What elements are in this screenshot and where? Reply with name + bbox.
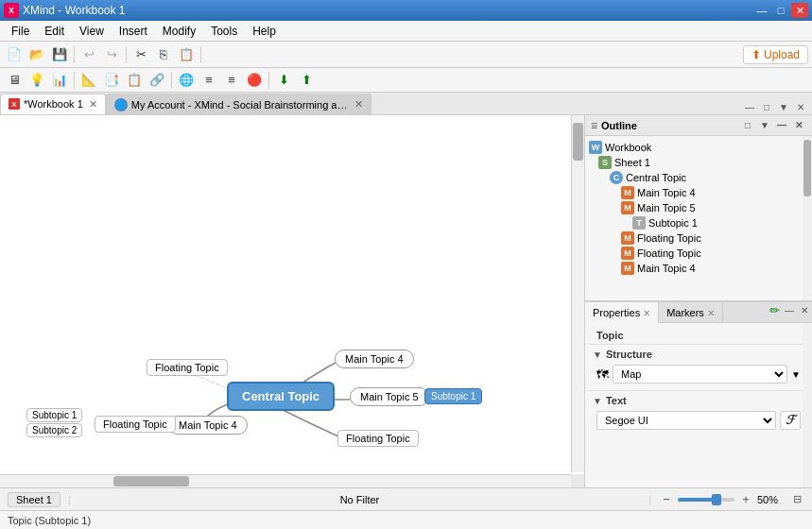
menu-edit[interactable]: Edit [37,23,72,40]
tb2-btn12[interactable]: ⬇ [273,70,294,91]
sheet-tab[interactable]: Sheet 1 [8,492,60,507]
subtopic-1-left[interactable]: Subtopic 1 [26,408,82,422]
properties-tab-close[interactable]: ✕ [643,308,650,318]
sheet-tab-label: Sheet 1 [16,494,52,505]
outline-scrollbar[interactable] [803,136,812,300]
workbook-tab-icon: X [9,98,20,110]
open-btn[interactable]: 📂 [26,44,47,65]
upload-button[interactable]: ⬆ Upload [743,45,808,64]
zoom-slider[interactable] [678,498,734,502]
cut-btn[interactable]: ✂ [130,44,151,65]
copy-btn[interactable]: ⎘ [153,44,174,65]
tb2-btn7[interactable]: 🔗 [147,70,167,91]
outline-item-sheet[interactable]: S Sheet 1 [585,155,812,170]
tab-workbook-close[interactable]: ✕ [89,98,97,111]
markers-tab-close[interactable]: ✕ [707,308,715,318]
subtopic-2-left[interactable]: Subtopic 2 [26,423,82,437]
sep-t2-1 [74,72,75,89]
save-btn[interactable]: 💾 [49,44,70,65]
menu-help[interactable]: Help [245,23,284,40]
outline-btn1[interactable]: □ [740,118,755,133]
props-scrollbar[interactable] [803,323,812,487]
structure-arrow-icon: ▼ [593,350,602,360]
menu-tools[interactable]: Tools [203,23,245,40]
tab-maximize-btn[interactable]: □ [759,99,774,114]
tb2-btn13[interactable]: ⬆ [296,70,317,91]
font-select[interactable]: Segoe UI [596,411,776,430]
outline-minimize-btn[interactable]: — [774,118,789,133]
properties-tab[interactable]: Properties ✕ [585,302,659,323]
outline-item-ft1[interactable]: M Floating Topic [585,230,812,246]
text-arrow-icon: ▼ [593,396,602,406]
outline-item-mt4[interactable]: M Main Topic 4 [585,185,812,200]
zoom-out-btn[interactable]: − [659,492,674,507]
outline-item-mt5[interactable]: M Main Topic 5 [585,200,812,215]
main-topic-5[interactable]: Main Topic 5 [350,387,429,406]
italic-font-btn[interactable]: ℱ [780,411,801,430]
tab-workbook[interactable]: X *Workbook 1 ✕ [0,94,106,114]
paste-btn[interactable]: 📋 [176,44,197,65]
outline-controls: □ ▼ — ✕ [740,118,806,133]
canvas-area[interactable]: Central Topic Main Topic 4 Main Topic 5 … [0,115,585,487]
structure-label: Structure [606,349,652,360]
zoom-fit-btn[interactable]: ⊟ [789,492,804,507]
canvas-horizontal-scrollbar[interactable] [0,474,571,487]
tb2-btn4[interactable]: 📐 [78,70,99,91]
tb2-btn8[interactable]: 🌐 [176,70,197,91]
outline-item-ft2[interactable]: M Floating Topic [585,246,812,261]
outline-item-sub1[interactable]: T Subtopic 1 [585,215,812,230]
central-topic[interactable]: Central Topic [227,382,335,411]
tab-web-close[interactable]: ✕ [354,98,363,111]
floating-topic-bottom[interactable]: Floating Topic [337,430,419,447]
subtopic-1[interactable]: Subtopic 1 [424,388,482,404]
zoom-slider-thumb[interactable] [712,494,721,505]
main-topic-4-top[interactable]: Main Topic 4 [335,350,414,368]
tb2-btn5[interactable]: 📑 [101,70,122,91]
floating-topic-top[interactable]: Floating Topic [147,359,228,376]
tb2-btn11[interactable]: 🔴 [244,70,265,91]
floating-topic-left[interactable]: Floating Topic [95,416,176,433]
outline-item-workbook[interactable]: W Workbook [585,140,812,155]
close-button[interactable]: ✕ [791,3,808,18]
tab-close-btn[interactable]: ✕ [793,99,808,114]
tb2-btn10[interactable]: ≡ [221,70,242,91]
tb2-btn9[interactable]: ≡ [199,70,219,91]
outline-scroll-thumb[interactable] [803,140,811,196]
menu-modify[interactable]: Modify [155,23,203,40]
tb2-btn3[interactable]: 📊 [49,70,70,91]
outline-item-mt4b[interactable]: M Main Topic 4 [585,261,812,276]
minimize-button[interactable]: — [753,3,770,18]
tab-dropdown-btn[interactable]: ▼ [776,99,791,114]
tb2-btn1[interactable]: 🖥 [4,70,25,91]
menu-view[interactable]: View [72,23,112,40]
redo-btn[interactable]: ↪ [101,44,122,65]
props-edit-btn[interactable]: ✏ [767,302,782,317]
menu-insert[interactable]: Insert [112,23,155,40]
sep-t2-2 [171,72,172,89]
tab-minimize-btn[interactable]: — [742,99,757,114]
structure-select[interactable]: Map [613,365,787,384]
zoom-in-btn[interactable]: + [738,492,753,507]
canvas-vscroll-thumb[interactable] [573,123,583,161]
canvas-hscroll-thumb[interactable] [113,476,189,486]
undo-btn[interactable]: ↩ [78,44,99,65]
tab-web[interactable]: 🌐 My Account - XMind - Social Brainstorm… [106,94,371,114]
new-btn[interactable]: 📄 [4,44,25,65]
outline-btn2[interactable]: ▼ [757,118,772,133]
tb2-btn6[interactable]: 📋 [124,70,145,91]
outline-item-central[interactable]: C Central Topic [585,170,812,185]
outline-close-btn[interactable]: ✕ [791,118,806,133]
mindmap-canvas[interactable]: Central Topic Main Topic 4 Main Topic 5 … [0,115,571,474]
text-section-header[interactable]: ▼ Text [589,393,808,408]
toolbar-1: 📄 📂 💾 ↩ ↪ ✂ ⎘ 📋 ⬆ Upload [0,42,812,68]
props-minimize-btn[interactable]: — [782,302,797,317]
tb2-btn2[interactable]: 💡 [26,70,47,91]
structure-section-header[interactable]: ▼ Structure [589,347,808,362]
floating-topic-left-label: Floating Topic [103,418,167,430]
props-close-btn[interactable]: ✕ [797,302,812,317]
maximize-button[interactable]: □ [772,3,789,18]
markers-tab[interactable]: Markers ✕ [659,302,723,323]
menu-file[interactable]: File [4,23,37,40]
main-topic-4-left[interactable]: Main Topic 4 [168,416,248,435]
canvas-vertical-scrollbar[interactable] [571,115,584,472]
